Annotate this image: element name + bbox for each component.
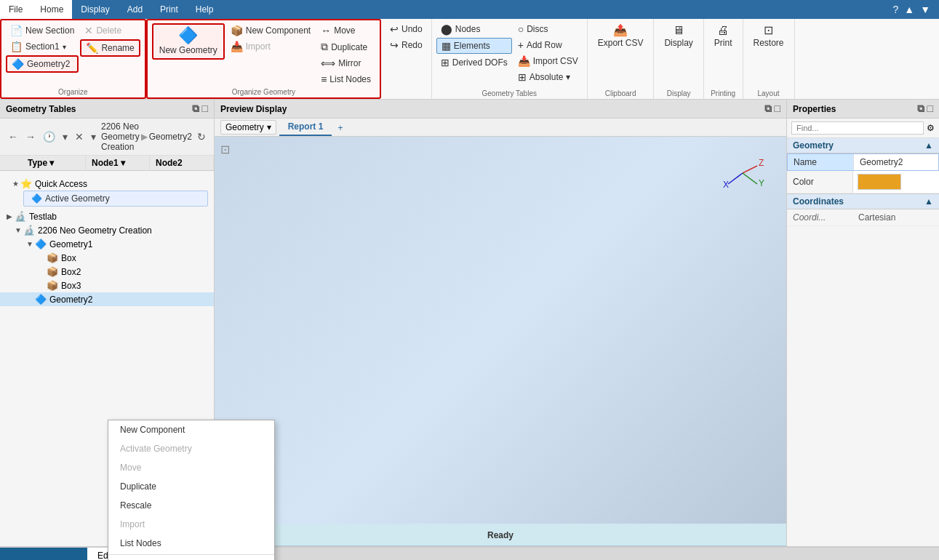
nav-close-btn[interactable]: ✕ [73,130,86,143]
new-geometry-btn[interactable]: 🔷 New Geometry [152,23,225,60]
undo-btn[interactable]: ↩ Undo [385,22,427,36]
move-ribbon-btn[interactable]: ↔ Move [316,23,375,38]
rename-ribbon-btn[interactable]: ✏️ Rename [80,39,140,57]
axis-svg: Z X Y [721,151,764,195]
absolute-btn[interactable]: ⊞ Absolute ▾ [514,70,583,84]
coords-row: Coordi... Cartesian [787,209,939,226]
ctx-rescale[interactable]: Rescale [108,496,274,515]
props-icon-1[interactable]: ⧉ [917,103,924,115]
mirror-icon: ⟺ [321,57,335,69]
menu-bar: File Home Display Add Print Help ? ▲ ▼ [0,0,939,19]
quick-access-header[interactable]: ★ ⭐ Quick Access [6,177,208,191]
geometry-tab-select[interactable]: Geometry ▾ [220,120,276,135]
ctx-duplicate[interactable]: Duplicate [108,477,274,496]
tree-geometry2[interactable]: 🔷 Geometry2 [0,292,214,306]
tree-geo-creation[interactable]: ▼ 🔬 2206 Neo Geometry Creation [0,223,214,237]
print-icon: 🖨 [717,25,729,36]
delete-btn[interactable]: ✕ Delete [80,23,140,38]
new-component-ribbon-btn[interactable]: 📦 New Component [226,23,315,38]
props-gear-icon[interactable]: ⚙ [927,123,935,133]
middle-icon-2[interactable]: □ [775,103,780,115]
close-btn[interactable]: ▼ [917,4,933,15]
middle-panel: Preview Display ⧉ □ Geometry ▾ Report 1 … [215,100,786,546]
duplicate-ribbon-btn[interactable]: ⧉ Duplicate [316,39,375,55]
report1-tab[interactable]: Report 1 [279,119,332,136]
menu-home[interactable]: Home [31,0,72,19]
ribbon: 📄 New Section 📋 Section1 ▾ 🔷 Geometry2 ✕… [0,19,939,100]
active-geometry-btn[interactable]: 🔷 Active Geometry [23,191,208,207]
export-csv-btn[interactable]: 📤 Export CSV [592,22,650,51]
geo-tables-buttons: ⬤ Nodes ▦ Elements ⊞ Derived DOFs ○ Disc… [436,22,583,88]
color-swatch[interactable] [858,174,901,190]
ctx-activate-geometry[interactable]: Activate Geometry [108,439,274,458]
add-row-icon: + [518,39,524,51]
ctx-new-component[interactable]: New Component [108,420,274,439]
panel-icon-1[interactable]: ⧉ [192,103,199,115]
preview-tabs: Geometry ▾ Report 1 + [215,119,786,137]
restore-btn[interactable]: ⊡ Restore [748,22,790,51]
forward-btn[interactable]: → [23,130,38,143]
props-search-input[interactable] [791,121,924,135]
organize-col: 📄 New Section 📋 Section1 ▾ 🔷 Geometry2 [6,23,79,73]
props-name-value[interactable]: Geometry2 [853,154,938,170]
minimize-btn[interactable]: ▲ [901,4,917,15]
list-nodes-ribbon-btn[interactable]: ≡ List Nodes [316,72,375,87]
new-section-icon: 📄 [10,25,23,36]
menu-display[interactable]: Display [72,0,118,19]
ctx-copy[interactable]: Copy Ctrl+C [108,556,274,560]
tree-geometry1[interactable]: ▼ 🔷 Geometry1 [0,237,214,251]
geometry2-ribbon-btn[interactable]: 🔷 Geometry2 [6,55,79,73]
tree-box3[interactable]: 📦 Box3 [0,279,214,292]
props-color-value[interactable] [852,171,939,193]
history-btn[interactable]: 🕐 [41,130,57,143]
import-ribbon-btn[interactable]: 📥 Import [226,39,315,54]
elements-icon: ▦ [441,40,451,52]
tree-box[interactable]: 📦 Box [0,251,214,265]
import-csv-btn[interactable]: 📥 Import CSV [514,54,583,68]
print-btn[interactable]: 🖨 Print [708,22,738,51]
nav-dropdown-btn[interactable]: ▾ [60,130,70,143]
add-tab-btn[interactable]: + [335,121,345,134]
display-large-btn[interactable]: 🖥 Display [658,22,698,51]
organize-buttons: 📄 New Section 📋 Section1 ▾ 🔷 Geometry2 ✕… [6,23,140,87]
table-header: Type ▾ Node1 ▾ Node2 [0,156,214,171]
derived-dofs-btn[interactable]: ⊞ Derived DOFs [436,55,512,70]
new-component-icon: 📦 [231,25,243,36]
menu-help[interactable]: Help [187,0,223,19]
geometry-section-header[interactable]: Geometry ▲ [787,138,939,153]
help-ctrl-btn[interactable]: ? [890,4,901,15]
elements-btn[interactable]: ▦ Elements [436,38,512,54]
mirror-ribbon-btn[interactable]: ⟺ Mirror [316,56,375,71]
discs-btn[interactable]: ○ Discs [514,22,583,36]
tree-testlab[interactable]: ▶ 🔬 Testlab [0,209,214,223]
props-icon-2[interactable]: □ [927,103,933,115]
add-row-btn[interactable]: + Add Row [514,38,583,52]
redo-btn[interactable]: ↪ Redo [385,38,427,52]
section1-btn[interactable]: 📋 Section1 ▾ [6,39,79,54]
new-section-btn[interactable]: 📄 New Section [6,23,79,38]
refresh-btn[interactable]: ↻ [195,130,208,143]
panel-icon-2[interactable]: □ [202,103,208,115]
coords-section-header[interactable]: Coordinates ▲ [787,193,939,209]
preview-canvas: ⊡ Z X Y [215,137,786,524]
ribbon-group-undoredo: ↩ Undo ↪ Redo [381,19,432,99]
menu-add[interactable]: Add [119,0,151,19]
tree-box2[interactable]: 📦 Box2 [0,265,214,279]
middle-icon-1[interactable]: ⧉ [764,103,772,115]
menu-file[interactable]: File [0,0,31,19]
back-btn[interactable]: ← [6,130,20,143]
ctx-import[interactable]: Import [108,515,274,534]
nodes-btn[interactable]: ⬤ Nodes [436,22,512,36]
display-label: Display [658,88,698,97]
breadcrumb: 2206 Neo Geometry Creation ▶ Geometry2 [101,121,192,152]
redo-icon: ↪ [390,39,399,51]
add-panel-btn[interactable]: Add [0,548,87,560]
menu-print[interactable]: Print [151,0,187,19]
ctx-list-nodes[interactable]: List Nodes [108,534,274,553]
derived-dofs-icon: ⊞ [441,57,449,68]
right-panel: Properties ⧉ □ ⚙ Geometry ▲ Name Geometr… [786,100,939,546]
ctx-move[interactable]: Move [108,458,274,477]
tab-select-arrow: ▾ [267,122,271,132]
canvas-expand-icon[interactable]: ⊡ [220,143,230,156]
nav-arrow-btn[interactable]: ▾ [89,130,98,143]
